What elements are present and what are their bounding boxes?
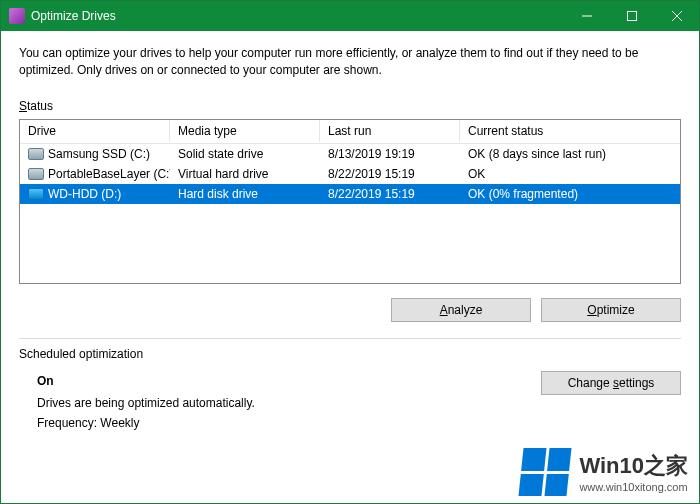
media-cell: Solid state drive — [170, 145, 320, 163]
drive-cell: Samsung SSD (C:) — [20, 145, 170, 163]
close-button[interactable] — [654, 1, 699, 31]
media-cell: Virtual hard drive — [170, 165, 320, 183]
scheduled-freq: Frequency: Weekly — [37, 416, 140, 430]
window-title: Optimize Drives — [31, 9, 116, 23]
list-row[interactable]: WD-HDD (D:) Hard disk drive 8/22/2019 15… — [20, 184, 680, 204]
status-cell: OK (8 days since last run) — [460, 145, 680, 163]
last-cell: 8/22/2019 15:19 — [320, 165, 460, 183]
list-header: Drive Media type Last run Current status — [20, 120, 680, 144]
ssd-icon — [28, 148, 44, 160]
status-label: Status — [19, 99, 681, 113]
drive-name: PortableBaseLayer (C:\... — [48, 167, 170, 181]
col-header-status[interactable]: Current status — [460, 120, 680, 142]
close-icon — [672, 11, 682, 21]
last-cell: 8/22/2019 15:19 — [320, 185, 460, 203]
optimize-button[interactable]: Optimize — [541, 298, 681, 322]
maximize-icon — [627, 11, 637, 21]
hdd-icon — [28, 188, 44, 200]
vhd-icon — [28, 168, 44, 180]
scheduled-label: Scheduled optimization — [19, 347, 681, 361]
list-row[interactable]: PortableBaseLayer (C:\... Virtual hard d… — [20, 164, 680, 184]
analyze-button[interactable]: Analyze — [391, 298, 531, 322]
app-icon — [9, 8, 25, 24]
scheduled-row: On Drives are being optimized automatica… — [19, 371, 681, 434]
divider — [19, 338, 681, 339]
media-cell: Hard disk drive — [170, 185, 320, 203]
drive-name: Samsung SSD (C:) — [48, 147, 150, 161]
status-cell: OK (0% fragmented) — [460, 185, 680, 203]
col-header-media[interactable]: Media type — [170, 120, 320, 142]
maximize-button[interactable] — [609, 1, 654, 31]
list-row[interactable]: Samsung SSD (C:) Solid state drive 8/13/… — [20, 144, 680, 164]
col-header-last[interactable]: Last run — [320, 120, 460, 142]
drive-cell: PortableBaseLayer (C:\... — [20, 165, 170, 183]
action-button-row: Analyze Optimize — [19, 298, 681, 322]
drive-cell: WD-HDD (D:) — [20, 185, 170, 203]
col-header-drive[interactable]: Drive — [20, 120, 170, 142]
status-cell: OK — [460, 165, 680, 183]
content-area: You can optimize your drives to help you… — [1, 31, 699, 503]
minimize-icon — [582, 11, 592, 21]
window: Optimize Drives You can optimize your dr… — [0, 0, 700, 504]
drive-name: WD-HDD (D:) — [48, 187, 121, 201]
drives-listbox[interactable]: Drive Media type Last run Current status… — [19, 119, 681, 284]
scheduled-desc: Drives are being optimized automatically… — [37, 396, 255, 410]
last-cell: 8/13/2019 19:19 — [320, 145, 460, 163]
scheduled-on: On — [37, 371, 541, 391]
titlebar[interactable]: Optimize Drives — [1, 1, 699, 31]
description-text: You can optimize your drives to help you… — [19, 45, 681, 79]
scheduled-text: On Drives are being optimized automatica… — [19, 371, 541, 434]
minimize-button[interactable] — [564, 1, 609, 31]
change-settings-button[interactable]: Change settings — [541, 371, 681, 395]
svg-rect-1 — [627, 12, 636, 21]
